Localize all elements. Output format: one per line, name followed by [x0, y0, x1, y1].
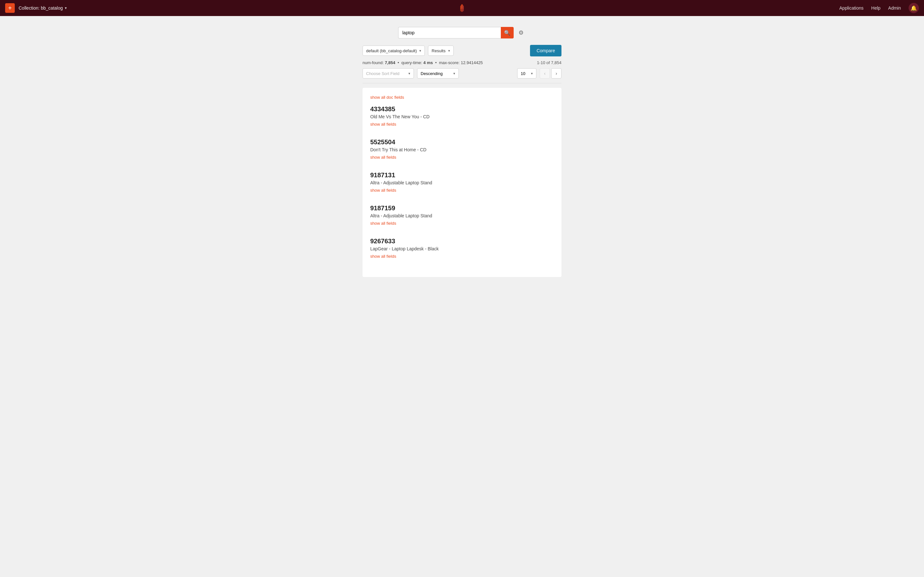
show-all-doc-fields-link[interactable]: show all doc fields	[370, 95, 404, 100]
next-page-button[interactable]: ›	[551, 68, 561, 79]
show-all-fields-link[interactable]: show all fields	[370, 221, 396, 226]
result-title: LapGear - Laptop Lapdesk - Black	[370, 246, 554, 251]
sort-field-selector[interactable]: Choose Sort Field ▾	[363, 68, 414, 79]
show-all-fields-link[interactable]: show all fields	[370, 254, 396, 259]
pipeline-label: default (bb_catalog-default)	[366, 48, 417, 53]
sort-order-label: Descending	[421, 71, 443, 76]
app-logo	[456, 2, 468, 14]
result-title: Altra - Adjustable Laptop Stand	[370, 213, 554, 218]
results-label: Results	[431, 48, 445, 53]
result-item: 9187159 Altra - Adjustable Laptop Stand …	[370, 205, 554, 229]
result-id: 4334385	[370, 105, 554, 113]
result-title: Don't Try This at Home - CD	[370, 147, 554, 152]
result-id: 9187159	[370, 205, 554, 212]
collection-selector[interactable]: Collection: bb_catalog ▾	[19, 5, 67, 11]
navbar-right: Applications Help Admin 🔔	[839, 3, 919, 13]
results-panel: show all doc fields 4334385 Old Me Vs Th…	[363, 88, 561, 277]
num-found-value: 7,854	[384, 60, 395, 65]
collection-chevron-icon: ▾	[65, 6, 67, 10]
sort-field-caret-icon: ▾	[409, 71, 410, 76]
search-input[interactable]	[398, 27, 501, 39]
collection-label: Collection: bb_catalog	[19, 5, 63, 11]
search-input-wrap: 🔍	[398, 27, 514, 39]
max-score-value: 12.9414425	[461, 60, 483, 65]
notifications-bell[interactable]: 🔔	[909, 3, 919, 13]
max-score-label: max-score:	[439, 60, 459, 65]
results-caret-icon: ▾	[448, 49, 450, 53]
compare-button[interactable]: Compare	[530, 45, 561, 56]
page-size-label: 10	[521, 71, 525, 76]
result-title: Old Me Vs The New You - CD	[370, 114, 554, 119]
num-found-label: num-found:	[363, 60, 384, 65]
page-info: 1-10 of 7,854	[537, 60, 561, 65]
pipeline-caret-icon: ▾	[419, 49, 421, 53]
main-content: 🔍 ⚙ default (bb_catalog-default) ▾ Resul…	[0, 0, 924, 277]
page-size-selector[interactable]: 10 ▾	[517, 68, 536, 79]
stats-text: num-found: 7,854 • query-time: 4 ms • ma…	[363, 60, 483, 65]
bell-icon: 🔔	[911, 5, 917, 11]
gear-icon: ⚙	[519, 29, 523, 36]
result-item: 9187131 Altra - Adjustable Laptop Stand …	[370, 171, 554, 195]
show-all-fields-link[interactable]: show all fields	[370, 155, 396, 160]
stats-row: num-found: 7,854 • query-time: 4 ms • ma…	[363, 60, 561, 65]
applications-link[interactable]: Applications	[839, 5, 864, 11]
results-selector[interactable]: Results ▾	[428, 45, 453, 56]
result-item: 4334385 Old Me Vs The New You - CD show …	[370, 105, 554, 129]
navbar: + Collection: bb_catalog ▾ Applications …	[0, 0, 924, 16]
show-all-fields-link[interactable]: show all fields	[370, 188, 396, 193]
top-bar: default (bb_catalog-default) ▾ Results ▾…	[363, 45, 561, 56]
result-title: Altra - Adjustable Laptop Stand	[370, 180, 554, 185]
search-container: 🔍 ⚙	[398, 27, 526, 39]
pipeline-selector[interactable]: default (bb_catalog-default) ▾	[363, 45, 425, 56]
query-time-value: 4 ms	[423, 60, 433, 65]
sort-order-caret-icon: ▾	[453, 71, 455, 76]
next-icon: ›	[556, 71, 557, 76]
prev-icon: ‹	[544, 71, 546, 76]
search-icon: 🔍	[504, 30, 510, 36]
sort-field-label: Choose Sort Field	[366, 71, 399, 76]
result-id: 9267633	[370, 237, 554, 245]
add-button[interactable]: +	[5, 3, 15, 13]
result-id: 9187131	[370, 171, 554, 179]
query-time-label: query-time:	[401, 60, 422, 65]
show-all-fields-link[interactable]: show all fields	[370, 122, 396, 127]
pagination-buttons: ‹ ›	[540, 68, 561, 79]
sort-order-selector[interactable]: Descending ▾	[417, 68, 459, 79]
prev-page-button[interactable]: ‹	[540, 68, 550, 79]
result-item: 9267633 LapGear - Laptop Lapdesk - Black…	[370, 237, 554, 261]
search-settings-button[interactable]: ⚙	[516, 28, 526, 37]
help-link[interactable]: Help	[871, 5, 881, 11]
results-area: default (bb_catalog-default) ▾ Results ▾…	[363, 45, 561, 277]
admin-link[interactable]: Admin	[888, 5, 901, 11]
result-item: 5525504 Don't Try This at Home - CD show…	[370, 139, 554, 163]
result-id: 5525504	[370, 139, 554, 146]
search-button[interactable]: 🔍	[501, 27, 514, 39]
page-size-caret-icon: ▾	[531, 71, 533, 76]
sort-row: Choose Sort Field ▾ Descending ▾ 10 ▾ ‹ …	[363, 68, 561, 79]
